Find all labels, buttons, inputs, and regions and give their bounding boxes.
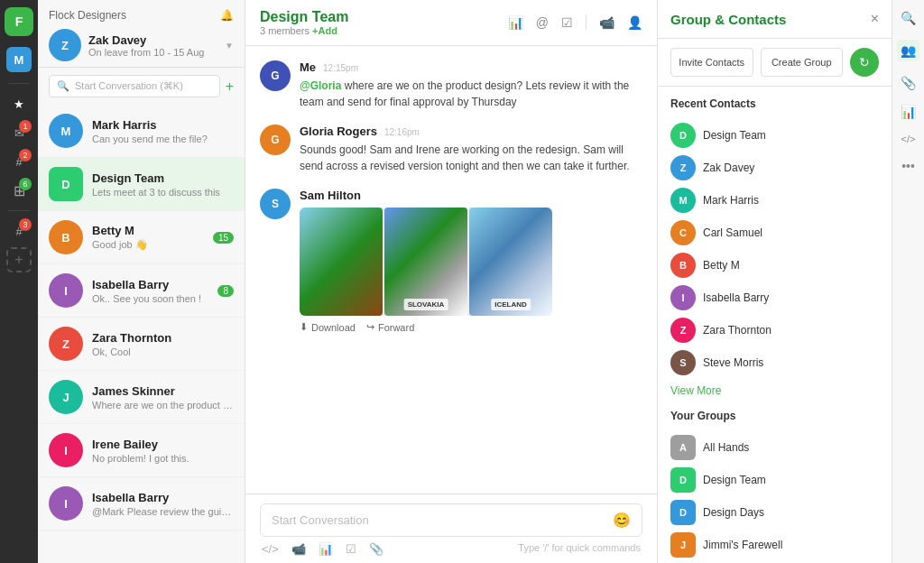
conv-info: Mark Harris Can you send me the file? [92, 118, 234, 144]
contact-item-mark-harris[interactable]: M Mark Harris [670, 184, 879, 217]
chat-members: 3 members +Add [260, 25, 348, 36]
chat-input-box[interactable]: Start Conversation 😊 [260, 503, 642, 537]
contact-item-carl-samuel[interactable]: C Carl Samuel [670, 217, 879, 249]
group-item-jimmis-farewell[interactable]: J Jimmi's Farewell [670, 529, 879, 561]
sidebar-header: Flock Designers 🔔 Z Zak Davey On leave f… [38, 0, 245, 68]
group-avatar: A [670, 435, 696, 460]
conv-avatar-mark-harris: M [49, 114, 83, 148]
contact-avatar: Z [670, 155, 696, 180]
panel-close-button[interactable]: × [871, 11, 879, 27]
message-sender: Me [300, 60, 316, 74]
rail-item-starred[interactable]: ★ [6, 91, 32, 116]
user-icon[interactable]: 👤 [627, 15, 642, 30]
group-item-all-hands[interactable]: A All Hands [670, 431, 879, 464]
conv-name: Mark Harris [92, 118, 234, 132]
contact-name: Zak Davey [703, 162, 754, 174]
download-button[interactable]: ⬇ Download [300, 321, 356, 333]
chat-title-section: Design Team 3 members +Add [260, 9, 348, 36]
emoji-icon[interactable]: 😊 [613, 512, 631, 529]
group-name: Design Team [703, 474, 766, 486]
image-attachment: SLOVAKIA ICELAND [300, 208, 552, 316]
conv-avatar-irene-bailey: I [49, 433, 83, 467]
right-more-icon[interactable]: ••• [901, 159, 915, 173]
panel-refresh-button[interactable]: ↻ [850, 48, 879, 77]
search-input-box[interactable]: 🔍 Start Conversation (⌘K) [49, 75, 220, 97]
task-tool-icon[interactable]: ☑ [346, 542, 356, 556]
conversation-item-betty-m[interactable]: B Betty M Good job 👋 15 [38, 211, 245, 264]
recent-contacts-title: Recent Contacts [670, 97, 879, 110]
conv-avatar-isabella-barry-2: I [49, 486, 83, 521]
contact-item-betty-m[interactable]: B Betty M [670, 249, 879, 282]
message-time: 12:15pm [323, 63, 358, 73]
group-name: Design Days [703, 506, 764, 519]
chat-toolbar: 📊 @ ☑ 📹 👤 [508, 15, 642, 30]
create-group-button[interactable]: Create Group [761, 48, 844, 77]
analytics-icon[interactable]: 📊 [508, 15, 523, 30]
contact-item-design-team[interactable]: D Design Team [670, 119, 879, 152]
contact-item-steve-morris[interactable]: S Steve Morris [670, 346, 879, 379]
attach-tool-icon[interactable]: 📎 [369, 542, 383, 556]
mention-icon[interactable]: @ [536, 15, 549, 30]
rail-item-channels[interactable]: # 2 [6, 149, 32, 174]
rail-item-team[interactable]: # 3 [6, 218, 32, 244]
right-contacts-icon[interactable]: 👥 [897, 40, 919, 61]
rail-item-apps[interactable]: ⊞ 6 [6, 178, 32, 203]
right-chart-icon[interactable]: 📊 [901, 105, 916, 119]
video-tool-icon[interactable]: 📹 [291, 542, 306, 556]
contact-item-zak-davey[interactable]: Z Zak Davey [670, 152, 879, 184]
panel-actions: Invite Contacts Create Group ↻ [658, 39, 892, 87]
checkbox-icon[interactable]: ☑ [561, 15, 573, 30]
contact-avatar: D [670, 123, 696, 148]
user-name: Zak Davey [88, 33, 217, 47]
contact-item-zara-thornton[interactable]: Z Zara Thornton [670, 314, 879, 346]
contact-name: Isabella Barry [703, 291, 769, 304]
conversation-item-james-skinner[interactable]: J James Skinner Where are we on the prod… [38, 371, 245, 424]
conv-name: Zara Thornton [92, 331, 234, 345]
user-info: Zak Davey On leave from 10 - 15 Aug [88, 33, 217, 58]
rail-user-avatar[interactable]: M [6, 47, 32, 72]
forward-button[interactable]: ↪ Forward [366, 321, 414, 333]
group-item-design-team[interactable]: D Design Team [670, 464, 879, 496]
sidebar: Flock Designers 🔔 Z Zak Davey On leave f… [38, 0, 245, 563]
new-conversation-button[interactable]: + [226, 78, 234, 95]
group-avatar: D [670, 500, 696, 525]
message-body-me: Me 12:15pm @Gloria where are we on the p… [300, 60, 642, 110]
right-pin-icon[interactable]: 📎 [901, 76, 916, 90]
search-row: 🔍 Start Conversation (⌘K) + [38, 68, 245, 105]
conversation-item-design-team[interactable]: D Design Team Lets meet at 3 to discuss … [38, 158, 245, 211]
chat-area: Design Team 3 members +Add 📊 @ ☑ 📹 👤 G [245, 0, 657, 563]
contact-name: Mark Harris [703, 194, 759, 207]
rail-item-direct[interactable]: ✉ 1 [6, 120, 32, 145]
conv-avatar-betty-m: B [49, 220, 83, 254]
contact-item-isabella-barry[interactable]: I Isabella Barry [670, 282, 879, 314]
conversation-item-isabella-barry-1[interactable]: I Isabella Barry Ok.. See you soon then … [38, 264, 245, 318]
current-user-avatar: Z [49, 29, 81, 61]
message-time: 12:16pm [384, 127, 420, 137]
add-member-link[interactable]: +Add [312, 25, 337, 36]
conversation-item-mark-harris[interactable]: M Mark Harris Can you send me the file? [38, 105, 245, 158]
org-notification-icon: 🔔 [220, 9, 234, 22]
search-icon: 🔍 [57, 80, 69, 92]
view-more-contacts[interactable]: View More [670, 384, 879, 397]
message-sender: Gloria Rogers [300, 125, 377, 138]
rail-add-button[interactable]: + [6, 247, 32, 272]
conv-info: Irene Bailey No problem! I got this. [92, 438, 234, 464]
conversation-item-irene-bailey[interactable]: I Irene Bailey No problem! I got this. [38, 424, 245, 477]
message-header: Me 12:15pm [300, 60, 642, 74]
group-item-design-days[interactable]: D Design Days [670, 496, 879, 529]
message-2: G Gloria Rogers 12:16pm Sounds good! Sam… [260, 125, 642, 174]
user-status: On leave from 10 - 15 Aug [88, 47, 217, 58]
conversation-item-isabella-barry-2[interactable]: I Isabella Barry @Mark Please review the… [38, 477, 245, 531]
chart-tool-icon[interactable]: 📊 [319, 542, 333, 556]
right-search-icon[interactable]: 🔍 [901, 11, 916, 25]
conv-info: James Skinner Where are we on the produc… [92, 384, 234, 411]
sidebar-user[interactable]: Z Zak Davey On leave from 10 - 15 Aug ▼ [49, 29, 234, 61]
right-code-icon[interactable]: </> [901, 134, 916, 144]
video-icon[interactable]: 📹 [599, 15, 614, 30]
message-header: Sam Hilton [300, 189, 642, 202]
invite-contacts-button[interactable]: Invite Contacts [670, 48, 753, 77]
conversation-item-zara-thornton[interactable]: Z Zara Thornton Ok, Cool [38, 318, 245, 371]
conv-preview: Where are we on the product designs? [92, 400, 234, 411]
group-name: Jimmi's Farewell [703, 539, 782, 551]
code-tool-icon[interactable]: </> [262, 542, 279, 556]
